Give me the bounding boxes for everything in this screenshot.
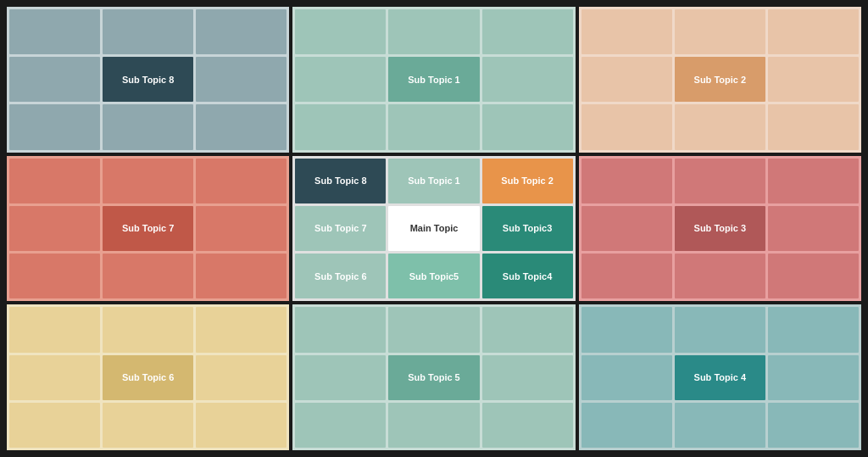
cell[interactable] bbox=[675, 254, 765, 298]
subtopic-1-label[interactable]: Sub Topic 1 bbox=[388, 57, 479, 102]
cell[interactable] bbox=[295, 403, 386, 448]
cell[interactable] bbox=[482, 9, 573, 54]
group-bottom-right: Sub Topic 4 bbox=[579, 304, 861, 450]
cell[interactable] bbox=[9, 403, 100, 448]
cell[interactable] bbox=[103, 159, 193, 203]
cell[interactable] bbox=[9, 9, 100, 54]
cell[interactable] bbox=[675, 9, 765, 54]
cell[interactable] bbox=[482, 355, 573, 400]
cell[interactable] bbox=[581, 57, 672, 102]
cell[interactable] bbox=[196, 307, 287, 352]
cell[interactable] bbox=[675, 403, 765, 448]
subtopic-7-label[interactable]: Sub Topic 7 bbox=[103, 206, 193, 251]
cell[interactable] bbox=[103, 403, 193, 448]
cell[interactable] bbox=[295, 355, 386, 400]
cell[interactable] bbox=[581, 254, 672, 298]
cell[interactable] bbox=[388, 104, 479, 149]
cell[interactable] bbox=[196, 355, 287, 400]
cell[interactable] bbox=[9, 57, 100, 102]
cell[interactable] bbox=[103, 254, 193, 298]
group-bottom-center: Sub Topic 5 bbox=[292, 304, 575, 450]
cell[interactable] bbox=[581, 104, 672, 149]
cell[interactable] bbox=[482, 403, 573, 448]
cell[interactable] bbox=[9, 307, 100, 352]
cell[interactable] bbox=[196, 206, 287, 251]
subtopic-3-label[interactable]: Sub Topic 3 bbox=[675, 206, 765, 251]
center-subtopic-6[interactable]: Sub Topic 6 bbox=[295, 254, 386, 298]
cell[interactable] bbox=[196, 9, 287, 54]
center-subtopic-2[interactable]: Sub Topic 2 bbox=[482, 159, 573, 203]
cell[interactable] bbox=[675, 104, 765, 149]
center-subtopic4[interactable]: Sub Topic4 bbox=[482, 254, 573, 298]
subtopic-5-label[interactable]: Sub Topic 5 bbox=[388, 355, 479, 400]
center-subtopic3[interactable]: Sub Topic3 bbox=[482, 206, 573, 251]
cell[interactable] bbox=[675, 159, 765, 203]
cell[interactable] bbox=[675, 307, 765, 352]
cell[interactable] bbox=[581, 307, 672, 352]
cell[interactable] bbox=[196, 57, 287, 102]
subtopic-8-label[interactable]: Sub Topic 8 bbox=[103, 57, 193, 102]
center-subtopic-1[interactable]: Sub Topic 1 bbox=[388, 159, 479, 203]
cell[interactable] bbox=[9, 159, 100, 203]
cell[interactable] bbox=[768, 355, 859, 400]
mind-map-grid: Sub Topic 8 Sub Topic 1 Sub Topic 2 Su bbox=[3, 3, 865, 454]
cell[interactable] bbox=[9, 206, 100, 251]
group-bottom-left: Sub Topic 6 bbox=[7, 304, 289, 450]
cell[interactable] bbox=[196, 254, 287, 298]
cell[interactable] bbox=[482, 57, 573, 102]
cell[interactable] bbox=[295, 9, 386, 54]
cell[interactable] bbox=[196, 104, 287, 149]
cell[interactable] bbox=[768, 159, 859, 203]
cell[interactable] bbox=[388, 9, 479, 54]
cell[interactable] bbox=[581, 159, 672, 203]
cell[interactable] bbox=[295, 104, 386, 149]
cell[interactable] bbox=[103, 9, 193, 54]
center-subtopic5[interactable]: Sub Topic5 bbox=[388, 254, 479, 298]
center-subtopic-8[interactable]: Sub Topic 8 bbox=[295, 159, 386, 203]
cell[interactable] bbox=[196, 159, 287, 203]
group-top-left: Sub Topic 8 bbox=[7, 7, 289, 153]
cell[interactable] bbox=[768, 254, 859, 298]
cell[interactable] bbox=[768, 57, 859, 102]
cell[interactable] bbox=[196, 403, 287, 448]
group-top-right: Sub Topic 2 bbox=[579, 7, 861, 153]
cell[interactable] bbox=[9, 355, 100, 400]
subtopic-6-label[interactable]: Sub Topic 6 bbox=[103, 355, 193, 400]
group-middle-right: Sub Topic 3 bbox=[579, 156, 861, 302]
cell[interactable] bbox=[768, 307, 859, 352]
cell[interactable] bbox=[581, 206, 672, 251]
cell[interactable] bbox=[768, 104, 859, 149]
group-middle-center: Sub Topic 8 Sub Topic 1 Sub Topic 2 Sub … bbox=[292, 156, 575, 302]
main-topic-label[interactable]: Main Topic bbox=[388, 206, 479, 251]
cell[interactable] bbox=[295, 57, 386, 102]
cell[interactable] bbox=[295, 307, 386, 352]
cell[interactable] bbox=[482, 307, 573, 352]
cell[interactable] bbox=[9, 104, 100, 149]
cell[interactable] bbox=[103, 104, 193, 149]
cell[interactable] bbox=[768, 9, 859, 54]
cell[interactable] bbox=[581, 9, 672, 54]
cell[interactable] bbox=[482, 104, 573, 149]
cell[interactable] bbox=[9, 254, 100, 298]
center-subtopic-7[interactable]: Sub Topic 7 bbox=[295, 206, 386, 251]
cell[interactable] bbox=[103, 307, 193, 352]
cell[interactable] bbox=[768, 206, 859, 251]
cell[interactable] bbox=[581, 355, 672, 400]
group-middle-left: Sub Topic 7 bbox=[7, 156, 289, 302]
cell[interactable] bbox=[388, 307, 479, 352]
cell[interactable] bbox=[768, 403, 859, 448]
subtopic-2-label[interactable]: Sub Topic 2 bbox=[675, 57, 765, 102]
cell[interactable] bbox=[388, 403, 479, 448]
group-top-center: Sub Topic 1 bbox=[292, 7, 575, 153]
cell[interactable] bbox=[581, 403, 672, 448]
subtopic-4-label[interactable]: Sub Topic 4 bbox=[675, 355, 765, 400]
